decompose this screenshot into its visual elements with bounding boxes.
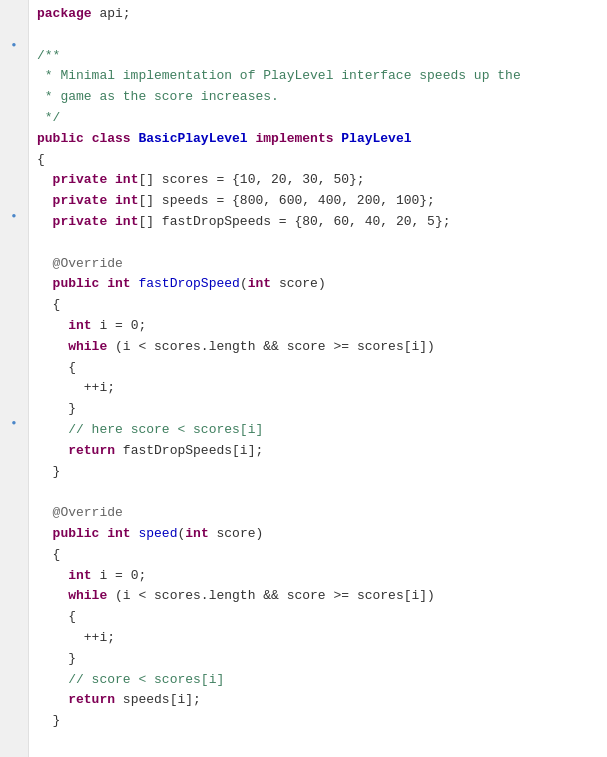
token-kw: int xyxy=(107,524,130,545)
token-pl: [] speeds = {800, 600, 400, 200, 100}; xyxy=(138,191,434,212)
gutter-line-28 xyxy=(0,465,28,483)
token-pl xyxy=(84,129,92,150)
token-pl xyxy=(248,129,256,150)
token-pl: i = 0; xyxy=(92,566,147,587)
token-kw: int xyxy=(68,566,91,587)
code-line-6: */ xyxy=(37,108,599,129)
gutter-line-12 xyxy=(0,193,28,211)
code-line-14: public int fastDropSpeed(int score) xyxy=(37,274,599,295)
token-pl: i = 0; xyxy=(92,316,147,337)
token-kw: public xyxy=(53,524,100,545)
gutter-line-4 xyxy=(0,52,28,70)
gutter-line-21 xyxy=(0,346,28,364)
token-nm: speed xyxy=(138,524,177,545)
gutter-line-17 xyxy=(0,276,28,294)
gutter-line-25: ● xyxy=(0,417,28,430)
token-pl: ++i; xyxy=(84,378,115,399)
gutter-line-32 xyxy=(0,535,28,553)
gutter-line-14 xyxy=(0,223,28,241)
gutter-line-7 xyxy=(0,105,28,123)
code-line-3: /** xyxy=(37,46,599,67)
gutter-line-29 xyxy=(0,482,28,500)
token-an: @Override xyxy=(53,503,123,524)
gutter-line-35 xyxy=(0,588,28,606)
gutter-line-26 xyxy=(0,429,28,447)
token-kw: while xyxy=(68,337,107,358)
gutter-line-11 xyxy=(0,175,28,193)
code-line-1: package api; xyxy=(37,4,599,25)
token-pl xyxy=(131,274,139,295)
token-pl: } xyxy=(68,399,76,420)
code-line-13: @Override xyxy=(37,254,599,275)
code-line-21: // here score < scores[i] xyxy=(37,420,599,441)
token-pl xyxy=(334,129,342,150)
gutter-line-31 xyxy=(0,517,28,535)
gutter-line-27 xyxy=(0,447,28,465)
code-editor: ●●● package api;/** * Minimal implementa… xyxy=(0,0,607,757)
code-line-24 xyxy=(37,482,599,503)
token-pl: } xyxy=(53,462,61,483)
code-line-12 xyxy=(37,233,599,254)
token-kw: int xyxy=(185,524,208,545)
token-pl: ( xyxy=(240,274,248,295)
token-pl: ++i; xyxy=(84,628,115,649)
token-kw: while xyxy=(68,586,107,607)
gutter-line-6 xyxy=(0,87,28,105)
gutter-line-34 xyxy=(0,570,28,588)
token-pl: score) xyxy=(209,524,264,545)
code-line-29: while (i < scores.length && score >= sco… xyxy=(37,586,599,607)
token-pl: { xyxy=(53,545,61,566)
code-line-8: { xyxy=(37,150,599,171)
code-line-5: * game as the score increases. xyxy=(37,87,599,108)
token-kw: class xyxy=(92,129,131,150)
token-cl: BasicPlayLevel xyxy=(138,129,247,150)
token-pl: (i < scores.length && score >= scores[i]… xyxy=(107,337,435,358)
token-pl: { xyxy=(37,150,45,171)
code-line-28: int i = 0; xyxy=(37,566,599,587)
gutter-line-18 xyxy=(0,294,28,312)
token-pl xyxy=(107,212,115,233)
token-pl: speeds[i]; xyxy=(115,690,201,711)
token-cm: * Minimal implementation of PlayLevel in… xyxy=(37,66,521,87)
token-kw: int xyxy=(107,274,130,295)
code-line-2 xyxy=(37,25,599,46)
gutter-line-33 xyxy=(0,553,28,571)
token-pl: fastDropSpeeds[i]; xyxy=(115,441,263,462)
code-line-4: * Minimal implementation of PlayLevel in… xyxy=(37,66,599,87)
code-line-36 xyxy=(37,732,599,753)
code-line-33: // score < scores[i] xyxy=(37,670,599,691)
token-kw: int xyxy=(68,316,91,337)
gutter-line-1 xyxy=(0,4,28,22)
token-cm: */ xyxy=(37,108,60,129)
token-kw: private xyxy=(53,212,108,233)
gutter-line-38 xyxy=(0,641,28,659)
token-pl: api; xyxy=(92,4,131,25)
code-line-34: return speeds[i]; xyxy=(37,690,599,711)
token-kw: return xyxy=(68,690,115,711)
token-kw: int xyxy=(115,191,138,212)
code-line-11: private int[] fastDropSpeeds = {80, 60, … xyxy=(37,212,599,233)
gutter-line-22 xyxy=(0,364,28,382)
token-pl: } xyxy=(68,649,76,670)
code-line-19: ++i; xyxy=(37,378,599,399)
gutter-line-5 xyxy=(0,70,28,88)
code-area: ●●● package api;/** * Minimal implementa… xyxy=(0,0,607,757)
code-line-16: int i = 0; xyxy=(37,316,599,337)
code-line-10: private int[] speeds = {800, 600, 400, 2… xyxy=(37,191,599,212)
code-line-20: } xyxy=(37,399,599,420)
token-kw: private xyxy=(53,191,108,212)
code-line-15: { xyxy=(37,295,599,316)
code-line-25: @Override xyxy=(37,503,599,524)
token-kw: implements xyxy=(255,129,333,150)
token-an: @Override xyxy=(53,254,123,275)
gutter-line-15 xyxy=(0,241,28,259)
token-kw: int xyxy=(248,274,271,295)
token-pl: ( xyxy=(177,524,185,545)
code-lines: package api;/** * Minimal implementation… xyxy=(29,0,607,757)
token-pl xyxy=(131,129,139,150)
code-line-18: { xyxy=(37,358,599,379)
token-kw: int xyxy=(115,170,138,191)
token-pl: } xyxy=(37,753,45,757)
token-pl: [] fastDropSpeeds = {80, 60, 40, 20, 5}; xyxy=(138,212,450,233)
code-line-27: { xyxy=(37,545,599,566)
